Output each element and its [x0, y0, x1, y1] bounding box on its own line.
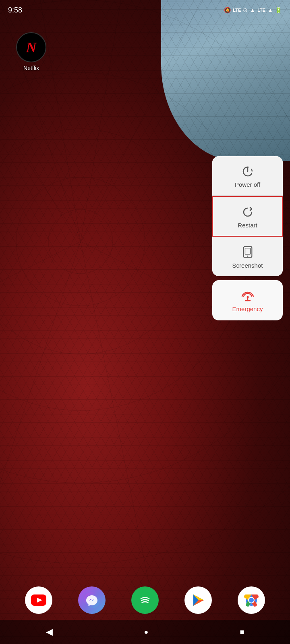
svg-rect-18 [245, 248, 250, 254]
netflix-icon: N [16, 32, 46, 62]
battery-icon: 🔋 [275, 7, 282, 13]
emergency-button[interactable]: Emergency [212, 280, 283, 320]
signal2-icon: ▲ [267, 7, 273, 13]
back-button[interactable]: ◀ [38, 623, 61, 641]
spotify-logo [137, 592, 153, 608]
svg-point-34 [249, 598, 254, 603]
power-off-button[interactable]: Power off [212, 156, 283, 196]
chrome-logo [242, 591, 260, 609]
restart-label: Restart [238, 222, 257, 229]
screenshot-button[interactable]: Screenshot [212, 237, 283, 276]
youtube-app-icon[interactable] [25, 586, 52, 614]
screenshot-icon [242, 246, 254, 259]
signal-icon: ▲ [250, 7, 255, 13]
svg-line-8 [0, 242, 81, 483]
restart-icon [241, 206, 254, 219]
svg-line-3 [81, 0, 201, 242]
messenger-logo [84, 592, 100, 608]
bottom-dock [0, 580, 290, 620]
svg-line-2 [81, 0, 121, 242]
screenshot-label: Screenshot [232, 262, 263, 269]
lte2-icon: LTE [257, 8, 265, 12]
emergency-label: Emergency [232, 305, 263, 312]
messenger-app-icon[interactable] [78, 586, 106, 614]
power-menu: Power off Restart Screenshot [212, 156, 283, 320]
costume-detail [0, 0, 290, 644]
youtube-logo [31, 594, 46, 606]
power-icon [241, 165, 254, 178]
svg-point-19 [247, 256, 248, 257]
power-off-label: Power off [235, 181, 260, 188]
chrome-app-icon[interactable] [238, 586, 265, 614]
svg-line-5 [0, 242, 81, 282]
netflix-app[interactable]: N Netflix [16, 32, 46, 71]
status-bar: 9:58 🔕 LTE ⊙ ▲ LTE ▲ 🔋 [0, 0, 290, 20]
svg-line-1 [40, 0, 81, 242]
power-menu-card: Power off Restart Screenshot [212, 156, 283, 276]
wallpaper [0, 0, 290, 644]
emergency-icon [240, 290, 255, 302]
home-button[interactable]: ● [136, 624, 157, 640]
restart-button[interactable]: Restart [212, 196, 283, 237]
status-icons: 🔕 LTE ⊙ ▲ LTE ▲ 🔋 [224, 7, 282, 13]
time-display: 9:58 [8, 6, 22, 14]
recents-button[interactable]: ■ [232, 624, 253, 640]
spotify-app-icon[interactable] [131, 586, 159, 614]
netflix-label: Netflix [23, 65, 39, 71]
wifi-icon: ⊙ [243, 7, 248, 13]
playstore-logo [190, 592, 206, 608]
nav-bar: ◀ ● ■ [0, 620, 290, 644]
emergency-card: Emergency [212, 280, 283, 320]
mute-icon: 🔕 [224, 7, 231, 13]
lte-icon: LTE [233, 8, 241, 12]
netflix-letter: N [26, 39, 37, 56]
playstore-app-icon[interactable] [184, 586, 212, 614]
svg-line-4 [0, 121, 81, 242]
svg-point-11 [0, 129, 193, 354]
